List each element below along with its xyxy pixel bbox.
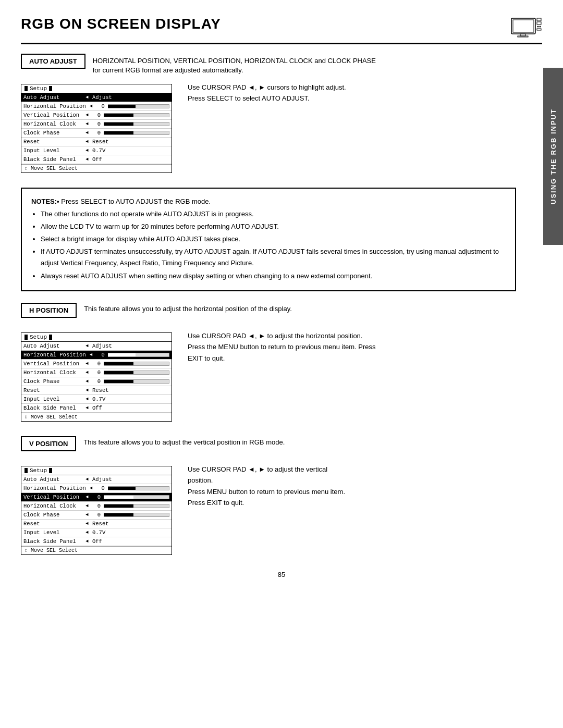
menu-row-reset: Reset ◄ Reset [21,138,172,146]
menu-mockup-auto: Setup Auto Adjust ◄ Adjust Horizontal Po… [21,84,172,173]
page-container: USING THE RGB INPUT RGB ON SCREEN DISPLA… [0,0,563,728]
row-val-v-cphase: 0 [90,512,102,518]
h-position-section: H POSITION This feature allows you to ad… [21,303,516,422]
row-bar-fill-hpos [108,105,136,108]
row-bar-h-vpos [104,362,169,366]
note0: Press SELECT to AUTO ADJUST the RGB mode… [61,198,211,205]
row-bar-v-cphase [104,513,169,517]
v-pos-cursor-line1: Use CURSOR PAD ◄, ► to adjust the vertic… [188,465,327,473]
row-val-auto: Adjust [90,94,172,101]
row-arrow-h-auto: ◄ [84,343,90,349]
menu-row-auto-adjust: Auto Adjust ◄ Adjust [21,93,172,102]
menu-row-h-reset: Reset ◄ Reset [21,386,172,395]
row-bar-bg-h-cphase [104,379,169,384]
row-bar-vpos [104,113,169,117]
row-arrow-vpos: ◄ [84,113,90,118]
row-arrow-v-reset: ◄ [84,521,90,526]
row-bar-cphase [104,131,169,135]
row-arrow-v-cphase: ◄ [84,512,90,517]
title-dot-v [25,468,28,473]
h-position-label: H POSITION [21,303,77,318]
h-pos-exit-text: EXIT to quit. [188,353,516,364]
row-bar-fill-v-hpos [108,487,136,490]
row-bar-hpos [108,104,169,108]
row-val-h-auto: Adjust [90,343,172,349]
note3: Select a bright image for display while … [41,233,506,245]
row-bar-h-cphase [104,379,169,384]
svg-rect-1 [513,20,534,32]
h-pos-menu-text: Press the MENU button to return to previ… [188,341,516,352]
menu-row-v-auto: Auto Adjust ◄ Adjust [21,475,172,484]
row-bar-fill-h-hpos [108,353,136,356]
menu-title-v: Setup [30,467,47,474]
page-number: 85 [21,571,542,578]
menu-footer-auto: ↕ Move SEL Select [21,164,172,172]
note2: Allow the LCD TV to warm up for 20 minut… [41,221,506,232]
menu-row-hclock: Horizontal Clock ◄ 0 [21,120,172,129]
svg-rect-4 [537,18,541,21]
row-label-vpos: Vertical Position [21,112,84,119]
row-arrow-cphase: ◄ [84,130,90,135]
menu-row-v-input: Input Level ◄ 0.7V [21,528,172,537]
row-bar-bg-hpos [108,104,169,108]
menu-row-h-hclock: Horizontal Clock ◄ 0 [21,368,172,377]
menu-row-h-bsp: Black Side Panel ◄ Off [21,404,172,413]
row-val-h-reset: Reset [90,387,172,393]
row-arrow-hclock: ◄ [84,121,90,127]
menu-row-v-bsp: Black Side Panel ◄ Off [21,537,172,546]
row-label-h-bsp: Black Side Panel [21,404,84,412]
row-bar-fill-vpos [104,114,133,117]
row-label-cphase: Clock Phase [21,129,84,137]
auto-adjust-select-text: Press SELECT to select AUTO ADJUST. [188,93,516,104]
menu-footer-text-v: ↕ Move SEL Select [25,548,78,553]
side-tab-text: USING THE RGB INPUT [549,108,557,204]
row-label-v-auto: Auto Adjust [21,476,84,483]
note5: Always reset AUTO ADJUST when setting ne… [41,270,506,282]
row-arrow-bsp: ◄ [84,157,90,162]
svg-rect-3 [518,36,528,37]
row-arrow-h-hpos: ◄ [88,352,94,357]
row-val-h-vpos: 0 [90,361,102,367]
v-pos-cursor-text: Use CURSOR PAD ◄, ► to adjust the vertic… [188,464,516,486]
note1: The other functions do not operate while… [41,208,506,220]
row-bar-hclock [104,122,169,126]
auto-adjust-desc2: for current RGB format are adjusted auto… [93,66,243,74]
monitor-icon [511,18,542,40]
auto-adjust-content: Setup Auto Adjust ◄ Adjust Horizontal Po… [21,80,516,173]
v-position-content: Setup Auto Adjust ◄ Adjust Horizontal Po… [21,462,516,555]
row-label-v-hclock: Horizontal Clock [21,502,84,510]
row-bar-fill-hclock [104,122,133,126]
menu-footer-text-h: ↕ Move SEL Select [25,414,78,420]
v-position-desc: This feature allows you to adjust the ve… [83,438,285,446]
row-arrow-h-bsp: ◄ [84,405,90,411]
row-label-input: Input Level [21,147,84,154]
row-bar-v-hclock [104,504,169,508]
row-bar-fill-v-vpos [104,496,133,499]
row-bar-fill-cphase [104,131,133,134]
h-pos-cursor-text: Use CURSOR PAD ◄, ► to adjust the horizo… [188,330,516,341]
menu-row-cphase: Clock Phase ◄ 0 [21,129,172,138]
auto-adjust-instructions: Use CURSOR PAD ◄, ► cursors to highlight… [188,80,516,104]
row-label-h-cphase: Clock Phase [21,378,84,385]
page-header: RGB ON SCREEN DISPLAY [21,16,542,44]
row-val-hclock: 0 [90,121,102,127]
row-label-hpos: Horizontal Position [21,103,88,110]
v-position-menu: Setup Auto Adjust ◄ Adjust Horizontal Po… [21,462,172,555]
row-bar-v-hpos [108,486,169,490]
row-label-reset: Reset [21,138,84,145]
menu-row-h-cphase: Clock Phase ◄ 0 [21,377,172,386]
row-label-v-cphase: Clock Phase [21,511,84,519]
auto-adjust-menu: Setup Auto Adjust ◄ Adjust Horizontal Po… [21,80,172,173]
row-bar-fill-v-cphase [104,513,133,516]
v-position-section: V POSITION This feature allows you to ad… [21,436,516,555]
row-label-v-input: Input Level [21,529,84,536]
row-label-v-reset: Reset [21,520,84,527]
auto-adjust-section: AUTO ADJUST HORIZONTAL POSITION, VERTICA… [21,54,516,173]
menu-row-input: Input Level ◄ 0.7V [21,146,172,155]
row-label-h-vpos: Vertical Position [21,360,84,367]
title-dot-h2 [49,335,52,340]
menu-footer-h: ↕ Move SEL Select [21,413,172,421]
row-arrow-v-input: ◄ [84,530,90,535]
svg-point-6 [537,26,539,28]
v-pos-menu-text: Press MENU button to return to previous … [188,486,516,497]
